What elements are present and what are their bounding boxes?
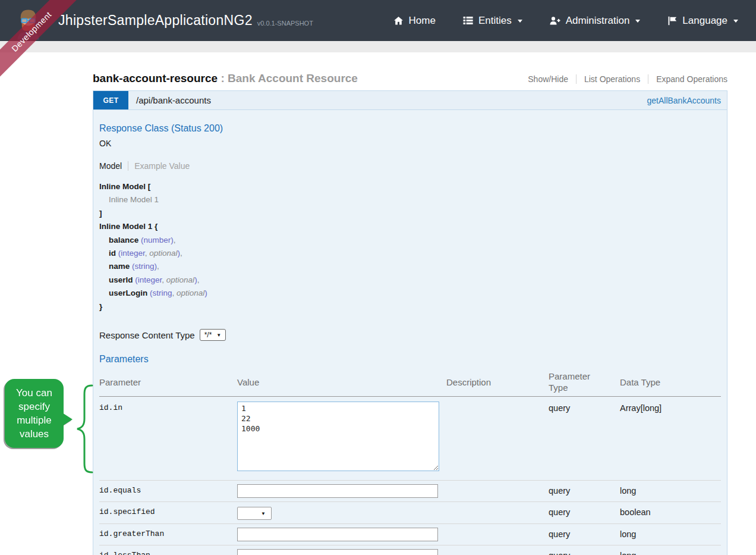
resource-header: bank-account-resource : Bank Account Res… (93, 72, 727, 85)
app-version: v0.0.1-SNAPSHOT (257, 20, 313, 27)
operation-heading: GET /api/bank-accounts getAllBankAccount… (93, 90, 727, 110)
nav-item-entities[interactable]: Entities (463, 15, 522, 27)
signature-line: Inline Model [ (99, 180, 721, 193)
nav-item-label: Home (409, 15, 436, 27)
param-name: id.equals (99, 484, 237, 495)
param-value-textarea[interactable] (237, 402, 439, 471)
navbar: JhipsterSampleApplicationNG2 v0.0.1-SNAP… (0, 0, 756, 41)
operation-path-link[interactable]: /api/bank-accounts (136, 95, 211, 105)
chevron-down-icon (518, 20, 522, 23)
operation-nickname-link[interactable]: getAllBankAccounts (647, 96, 721, 105)
operation-content: Response Class (Status 200) OK Model Exa… (93, 110, 727, 555)
signature-line: Inline Model 1 { (99, 220, 721, 233)
chevron-down-icon (733, 20, 738, 23)
signature-line: name (string), (99, 260, 721, 273)
param-data-type: long (620, 549, 721, 555)
subnav-strip (0, 41, 756, 52)
param-type: query (549, 528, 620, 539)
signature-line: userLogin (string, optional) (99, 287, 721, 300)
response-content-type-select[interactable]: */* ▼ (200, 329, 226, 341)
nav-item-language[interactable]: Language (667, 15, 738, 27)
selected-content-type: */* (204, 331, 212, 339)
param-name: id.in (99, 402, 237, 412)
param-data-type: boolean (620, 506, 721, 517)
http-method-badge: GET (93, 91, 128, 109)
resource-separator: : (218, 72, 228, 84)
param-value-input[interactable] (237, 528, 438, 541)
nav-item-administration[interactable]: Administration (550, 15, 641, 27)
nav-item-label: Administration (566, 15, 630, 27)
tooltip-tail (62, 413, 73, 426)
param-type: query (549, 484, 620, 496)
response-status-text: OK (99, 139, 721, 148)
param-data-type: long (620, 528, 721, 539)
signature-line: id (integer, optional), (99, 247, 721, 260)
model-tabs: Model Example Value (99, 161, 721, 171)
signature-line: userId (integer, optional), (99, 274, 721, 287)
parameters-heading: Parameters (99, 354, 721, 365)
expand-operations-link[interactable]: Expand Operations (648, 74, 727, 84)
app-title: JhipsterSampleApplicationNG2 (58, 12, 253, 29)
swagger-page: bank-account-resource : Bank Account Res… (93, 72, 727, 555)
param-value-cell (237, 528, 446, 541)
column-header-description: Description (446, 377, 549, 387)
param-value-cell (237, 402, 446, 473)
param-type: query (549, 549, 620, 555)
user-plus-icon (550, 16, 560, 25)
list-operations-link[interactable]: List Operations (576, 74, 648, 84)
param-data-type: long (620, 484, 721, 496)
param-value-cell (237, 484, 446, 498)
chevron-down-icon: ▼ (216, 333, 221, 338)
response-content-type-row: Response Content Type */* ▼ (99, 329, 721, 341)
nav-item-label: Language (682, 15, 727, 27)
param-name: id.lessThan (99, 549, 237, 555)
model-signature: Inline Model [Inline Model 1]Inline Mode… (99, 180, 721, 313)
response-class-heading: Response Class (Status 200) (99, 123, 721, 134)
column-header-data-type: Data Type (620, 377, 721, 387)
resource-title: Bank Account Resource (228, 72, 358, 84)
nav-item-label: Entities (478, 15, 512, 27)
parameters-table-body: id.inqueryArray[long]id.equalsquerylongi… (99, 397, 721, 555)
param-type: query (549, 402, 620, 413)
tooltip-bubble: You can specify multiple values (5, 379, 64, 448)
page-title: bank-account-resource : Bank Account Res… (93, 72, 358, 85)
param-value-input[interactable] (237, 484, 438, 498)
resource-name-link[interactable]: bank-account-resource (93, 72, 218, 84)
column-header-parameter-type: Parameter Type (549, 371, 620, 393)
signature-line: ] (99, 207, 721, 220)
signature-line: } (99, 300, 721, 313)
operation-get-bank-accounts: GET /api/bank-accounts getAllBankAccount… (93, 90, 727, 555)
parameters-table-header: ParameterValueDescriptionParameter TypeD… (99, 371, 721, 397)
param-row-id.greaterThan: id.greaterThanquerylong (99, 524, 721, 545)
signature-line: Inline Model 1 (99, 193, 721, 206)
param-data-type: Array[long] (620, 402, 721, 413)
parameters-table: ParameterValueDescriptionParameter TypeD… (99, 371, 721, 555)
signature-line: balance (number), (99, 234, 721, 247)
param-value-cell: ▼ (237, 506, 446, 520)
param-name: id.specified (99, 506, 237, 516)
home-icon (393, 16, 404, 26)
param-row-id.in: id.inqueryArray[long] (99, 397, 721, 481)
chevron-down-icon: ▼ (261, 511, 266, 516)
param-row-id.equals: id.equalsquerylong (99, 481, 721, 502)
param-value-cell (237, 549, 446, 555)
param-name: id.greaterThan (99, 528, 237, 538)
tab-example-value[interactable]: Example Value (128, 161, 190, 171)
chevron-down-icon (635, 20, 640, 23)
nav-menu: HomeEntitiesAdministrationLanguage (393, 15, 738, 27)
entities-list-icon (463, 16, 473, 25)
show-hide-link[interactable]: Show/Hide (520, 74, 576, 84)
brace-annotation-icon (75, 384, 93, 474)
column-header-parameter: Parameter (99, 377, 237, 387)
column-header-value: Value (237, 377, 446, 387)
param-value-select[interactable]: ▼ (237, 507, 272, 520)
tooltip-text: You can specify multiple values (16, 387, 52, 440)
param-row-id.lessThan: id.lessThanquerylong (99, 545, 721, 555)
resource-actions: Show/HideList OperationsExpand Operation… (520, 74, 727, 84)
nav-item-home[interactable]: Home (393, 15, 436, 27)
param-value-input[interactable] (237, 549, 438, 555)
param-row-id.specified: id.specified▼queryboolean (99, 502, 721, 524)
flag-icon (667, 16, 677, 26)
tab-model[interactable]: Model (99, 161, 122, 171)
param-type: query (549, 506, 620, 517)
